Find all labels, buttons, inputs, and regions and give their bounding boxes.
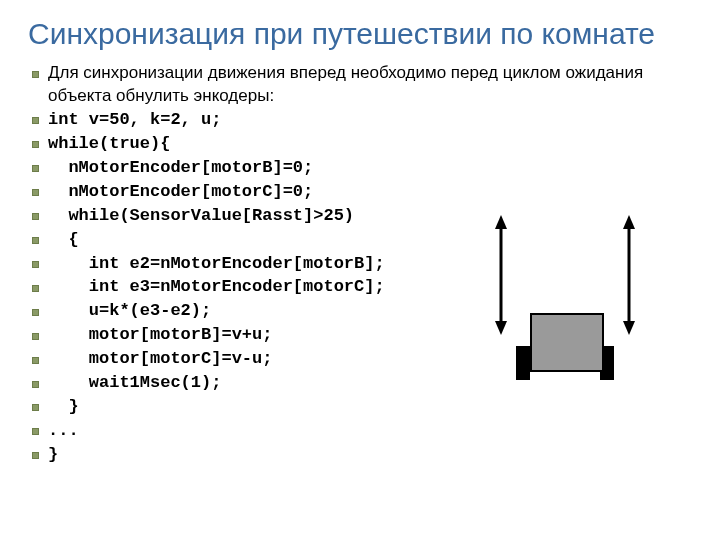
svg-marker-2 (495, 321, 507, 335)
bullet-text: while(true){ (48, 134, 170, 153)
bullet-text: { (48, 230, 79, 249)
list-item: ... (28, 419, 692, 443)
svg-marker-5 (623, 321, 635, 335)
list-item: int v=50, k=2, u; (28, 108, 692, 132)
arrow-up-down-icon (492, 215, 510, 335)
svg-marker-1 (495, 215, 507, 229)
list-item: while(true){ (28, 132, 692, 156)
list-item: Для синхронизации движения вперед необхо… (28, 62, 692, 108)
bullet-text: int e3=nMotorEncoder[motorC]; (48, 277, 385, 296)
list-item: nMotorEncoder[motorC]=0; (28, 180, 692, 204)
svg-marker-4 (623, 215, 635, 229)
robot-body-icon (530, 313, 604, 372)
slide-title: Синхронизация при путешествии по комнате (28, 16, 692, 52)
robot-diagram (480, 215, 650, 390)
bullet-text: Для синхронизации движения вперед необхо… (48, 63, 643, 105)
slide: Синхронизация при путешествии по комнате… (0, 0, 720, 540)
bullet-text: } (48, 397, 79, 416)
bullet-text: } (48, 445, 58, 464)
list-item: nMotorEncoder[motorB]=0; (28, 156, 692, 180)
bullet-text: nMotorEncoder[motorC]=0; (48, 182, 313, 201)
robot-wheel-icon (516, 346, 530, 380)
bullet-text: u=k*(e3-e2); (48, 301, 211, 320)
bullet-text: while(SensorValue[Rasst]>25) (48, 206, 354, 225)
bullet-text: motor[motorC]=v-u; (48, 349, 272, 368)
bullet-text: motor[motorB]=v+u; (48, 325, 272, 344)
list-item: } (28, 443, 692, 467)
bullet-text: wait1Msec(1); (48, 373, 221, 392)
list-item: } (28, 395, 692, 419)
bullet-text: nMotorEncoder[motorB]=0; (48, 158, 313, 177)
bullet-text: ... (48, 421, 79, 440)
bullet-text: int v=50, k=2, u; (48, 110, 221, 129)
bullet-text: int e2=nMotorEncoder[motorB]; (48, 254, 385, 273)
arrow-up-down-icon (620, 215, 638, 335)
